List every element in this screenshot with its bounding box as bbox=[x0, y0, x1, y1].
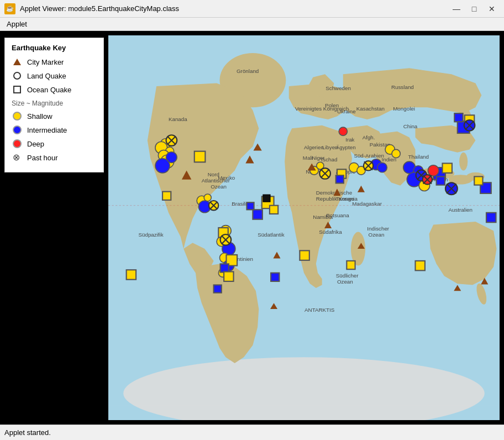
svg-text:Thailand: Thailand bbox=[408, 154, 429, 160]
legend-depth-section: Shallow Intermediate Deep Past hour bbox=[12, 111, 97, 163]
svg-point-63 bbox=[155, 159, 170, 173]
svg-point-136 bbox=[339, 127, 347, 135]
svg-text:Polen: Polen bbox=[325, 102, 339, 108]
svg-rect-134 bbox=[486, 213, 496, 222]
svg-text:Südlicher: Südlicher bbox=[336, 273, 359, 279]
map-container: Grönland Schweden Russland Kanada Verein… bbox=[108, 35, 500, 420]
world-map-svg: Grönland Schweden Russland Kanada Verein… bbox=[108, 35, 500, 420]
maximize-button[interactable]: □ bbox=[466, 3, 482, 15]
square-outline-icon bbox=[12, 84, 23, 95]
svg-text:ANTARKTIS: ANTARKTIS bbox=[305, 307, 335, 313]
svg-rect-75 bbox=[247, 202, 254, 209]
svg-rect-150 bbox=[263, 195, 270, 202]
svg-point-8 bbox=[459, 153, 468, 171]
svg-text:Madagaskar: Madagaskar bbox=[352, 201, 382, 207]
svg-text:Ägypten: Ägypten bbox=[336, 144, 356, 150]
svg-text:Mongolei: Mongolei bbox=[393, 106, 415, 112]
circle-outline-icon bbox=[12, 70, 23, 81]
menu-bar: Applet bbox=[0, 18, 504, 31]
svg-rect-96 bbox=[300, 250, 309, 260]
title-text: Applet Viewer: module5.EarthquakeCityMap… bbox=[20, 4, 179, 13]
svg-point-77 bbox=[204, 194, 211, 201]
svg-rect-118 bbox=[437, 176, 445, 185]
legend-city-marker: City Marker bbox=[12, 56, 97, 67]
svg-text:Kanada: Kanada bbox=[169, 116, 187, 122]
svg-rect-95 bbox=[214, 285, 222, 292]
svg-rect-100 bbox=[416, 261, 425, 270]
shallow-label: Shallow bbox=[27, 112, 53, 121]
svg-text:Afgh.: Afgh. bbox=[363, 134, 375, 140]
svg-rect-70 bbox=[195, 151, 206, 163]
cross-circle-icon bbox=[12, 152, 23, 163]
svg-text:Ozean: Ozean bbox=[211, 184, 227, 190]
svg-text:Australien: Australien bbox=[448, 207, 473, 213]
status-bar: Applet started. bbox=[0, 425, 504, 440]
window-controls: — □ ✕ bbox=[449, 3, 500, 15]
svg-text:Grönland: Grönland bbox=[237, 68, 259, 74]
svg-text:Südpazifik: Südpazifik bbox=[138, 232, 163, 238]
svg-text:Ukraine: Ukraine bbox=[337, 108, 356, 114]
svg-text:Südatlantik: Südatlantik bbox=[258, 232, 285, 238]
legend-intermediate: Intermediate bbox=[12, 124, 97, 135]
svg-rect-71 bbox=[162, 192, 171, 200]
close-button[interactable]: ✕ bbox=[484, 3, 500, 15]
svg-point-112 bbox=[377, 163, 387, 172]
svg-text:Mexiko: Mexiko bbox=[218, 175, 235, 181]
land-quake-label: Land Quake bbox=[27, 72, 66, 80]
svg-rect-91 bbox=[224, 272, 233, 281]
svg-text:China: China bbox=[403, 123, 418, 129]
svg-rect-108 bbox=[336, 175, 344, 183]
svg-text:Indischer: Indischer bbox=[367, 226, 389, 232]
deep-label: Deep bbox=[27, 140, 44, 148]
svg-text:Ozean: Ozean bbox=[337, 279, 353, 285]
title-bar: ☕ Applet Viewer: module5.EarthquakeCityM… bbox=[0, 0, 504, 18]
legend-past-hour: Past hour bbox=[12, 152, 97, 163]
svg-rect-133 bbox=[474, 176, 482, 185]
legend-panel: Earthquake Key City Marker Land Quake Oc… bbox=[4, 38, 104, 172]
svg-text:Süd-Arabien: Süd-Arabien bbox=[354, 153, 384, 159]
svg-text:Tschad: Tschad bbox=[320, 156, 337, 163]
svg-rect-74 bbox=[253, 209, 262, 219]
svg-text:Russland: Russland bbox=[391, 84, 414, 90]
legend-shallow: Shallow bbox=[12, 111, 97, 122]
svg-rect-117 bbox=[443, 163, 452, 172]
legend-ocean-quake: Ocean Quake bbox=[12, 84, 97, 95]
size-label: Size ~ Magnitude bbox=[12, 99, 97, 107]
main-content: Earthquake Key City Marker Land Quake Oc… bbox=[0, 31, 504, 425]
svg-text:Südafrika: Südafrika bbox=[319, 229, 342, 235]
svg-rect-97 bbox=[347, 261, 355, 269]
red-circle-icon bbox=[12, 138, 23, 149]
svg-rect-99 bbox=[271, 273, 279, 281]
svg-point-135 bbox=[428, 165, 439, 176]
minimize-button[interactable]: — bbox=[449, 3, 464, 15]
blue-circle-icon bbox=[12, 124, 23, 135]
svg-rect-73 bbox=[270, 206, 278, 214]
svg-text:Mali: Mali bbox=[303, 155, 313, 161]
yellow-circle-icon bbox=[12, 111, 23, 122]
triangle-icon bbox=[12, 56, 23, 67]
svg-point-152 bbox=[392, 149, 400, 158]
title-bar-left: ☕ Applet Viewer: module5.EarthquakeCityM… bbox=[4, 3, 179, 14]
svg-rect-128 bbox=[454, 113, 463, 122]
intermediate-label: Intermediate bbox=[27, 126, 67, 134]
ocean-quake-label: Ocean Quake bbox=[27, 86, 71, 94]
app-icon: ☕ bbox=[4, 3, 15, 14]
svg-text:Schweden: Schweden bbox=[326, 85, 351, 91]
legend-marker-section: City Marker Land Quake Ocean Quake bbox=[12, 56, 97, 95]
svg-text:Algerien: Algerien bbox=[304, 144, 324, 150]
svg-text:Botsuana: Botsuana bbox=[326, 212, 349, 218]
status-text: Applet started. bbox=[4, 428, 51, 437]
svg-text:Kasachstan: Kasachstan bbox=[356, 106, 385, 112]
legend-title: Earthquake Key bbox=[12, 44, 97, 52]
legend-land-quake: Land Quake bbox=[12, 70, 97, 81]
legend-deep: Deep bbox=[12, 138, 97, 149]
city-marker-label: City Marker bbox=[27, 58, 64, 66]
applet-menu[interactable]: Applet bbox=[2, 19, 32, 29]
svg-text:Ozean: Ozean bbox=[369, 232, 385, 238]
svg-text:Irak: Irak bbox=[345, 137, 354, 143]
svg-rect-98 bbox=[127, 270, 136, 279]
svg-rect-90 bbox=[221, 264, 229, 272]
past-hour-label: Past hour bbox=[27, 154, 58, 162]
